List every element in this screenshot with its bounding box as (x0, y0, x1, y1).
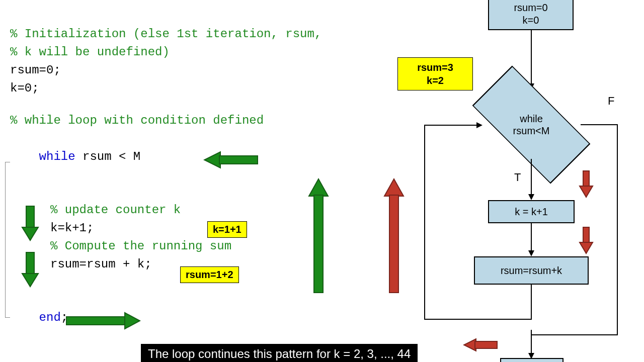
flow-decision: while rsum<M (481, 89, 582, 160)
code-line: rsum=0; (10, 61, 382, 79)
video-caption: The loop continues this pattern for k = … (141, 344, 418, 362)
svg-marker-6 (309, 179, 328, 196)
svg-marker-3 (22, 274, 38, 287)
code-fold-bracket (5, 162, 10, 318)
svg-marker-1 (22, 227, 38, 240)
comment-line: % while loop with condition defined (10, 112, 382, 130)
svg-marker-21 (528, 194, 534, 200)
flow-connector (528, 30, 534, 90)
flow-connector (424, 122, 484, 129)
svg-rect-0 (26, 206, 34, 228)
comment-line: % Initialization (else 1st iteration, rs… (10, 25, 382, 43)
while-keyword: while (39, 150, 75, 163)
svg-marker-5 (125, 313, 140, 329)
svg-marker-8 (204, 152, 220, 168)
flow-connector (528, 159, 534, 201)
false-label: F (608, 95, 614, 108)
flow-step1-box: k = k+1 (488, 200, 575, 223)
svg-marker-23 (528, 250, 534, 256)
svg-rect-9 (219, 156, 258, 164)
down-arrow-icon (21, 205, 39, 241)
k-calc-highlight: k=1+1 (207, 221, 247, 238)
svg-marker-25 (476, 122, 482, 128)
up-arrow-icon (307, 178, 330, 294)
flow-init-box: rsum=0 k=0 (488, 0, 574, 30)
svg-rect-4 (66, 317, 125, 325)
flow-next-box (500, 358, 564, 362)
true-label: T (514, 171, 521, 184)
down-arrow-icon (21, 251, 39, 288)
rsum-calc-highlight: rsum=1+2 (180, 266, 239, 283)
while-line: while rsum < M (10, 130, 382, 184)
left-arrow-icon (203, 151, 259, 169)
right-arrow-icon (65, 312, 141, 330)
comment-line: % k will be undefined) (10, 43, 382, 61)
flowchart: rsum=0 k=0 while rsum<M T F k = k+1 rsum… (387, 0, 629, 362)
flow-connector (528, 223, 534, 257)
flow-step2-box: rsum=rsum+k (474, 256, 589, 285)
end-keyword: end (39, 311, 61, 324)
svg-rect-7 (314, 195, 323, 293)
code-line: k=0; (10, 79, 382, 98)
svg-rect-2 (26, 252, 34, 275)
